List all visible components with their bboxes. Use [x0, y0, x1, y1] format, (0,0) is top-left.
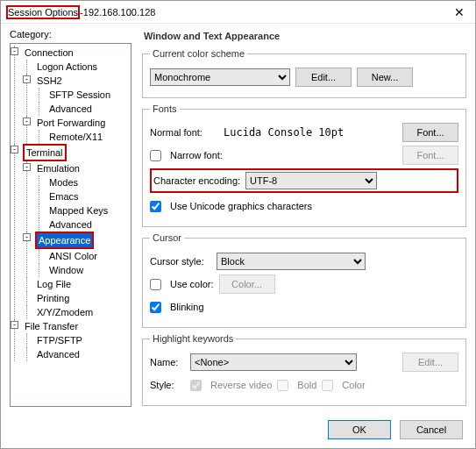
cursor-style-label: Cursor style:	[150, 256, 211, 267]
tree-advanced[interactable]: Advanced	[47, 217, 94, 232]
hk-name-select[interactable]: <None>	[190, 353, 357, 371]
unicode-graphics-checkbox[interactable]	[150, 201, 161, 212]
title-session-options: Session Options	[6, 5, 80, 19]
highlight-keywords-group: Highlight keywords Name: <None> Edit... …	[142, 333, 466, 406]
expander-icon[interactable]: -	[11, 47, 18, 55]
expander-icon[interactable]: -	[23, 118, 31, 125]
tree-advanced[interactable]: Advanced	[47, 102, 94, 116]
encoding-label: Character encoding:	[153, 175, 240, 186]
category-tree[interactable]: -Connection Logon Actions -SSH2 SFTP Ses…	[10, 43, 131, 407]
tree-emulation[interactable]: Emulation	[35, 161, 82, 175]
reverse-video-label: Reverse video	[210, 380, 272, 390]
new-scheme-button[interactable]: New...	[357, 68, 413, 87]
color-scheme-group: Current color scheme Monochrome Edit... …	[142, 48, 466, 98]
highlight-legend: Highlight keywords	[150, 333, 236, 344]
tree-mapped-keys[interactable]: Mapped Keys	[47, 203, 110, 217]
title-host: 192.168.100.128	[83, 7, 156, 18]
tree-printing[interactable]: Printing	[35, 291, 71, 305]
bold-checkbox	[277, 380, 288, 391]
ok-button[interactable]: OK	[328, 420, 391, 439]
tree-emacs[interactable]: Emacs	[47, 189, 81, 203]
cancel-button[interactable]: Cancel	[400, 420, 463, 439]
tree-remote-x11[interactable]: Remote/X11	[47, 130, 104, 144]
blinking-label: Blinking	[170, 302, 204, 312]
cursor-style-select[interactable]: Block	[217, 253, 366, 270]
normal-font-button[interactable]: Font...	[402, 123, 458, 142]
narrow-font-button: Font...	[402, 146, 458, 165]
expander-icon[interactable]: -	[23, 163, 31, 171]
fonts-group: Fonts Normal font: Lucida Console 10pt F…	[142, 103, 466, 227]
reverse-video-checkbox	[190, 380, 202, 391]
tree-connection[interactable]: Connection	[23, 46, 75, 60]
fonts-legend: Fonts	[150, 103, 180, 114]
expander-icon[interactable]: -	[23, 233, 31, 241]
use-color-label: Use color:	[170, 279, 214, 289]
tree-advanced[interactable]: Advanced	[35, 347, 82, 361]
color-scheme-select[interactable]: Monochrome	[150, 68, 290, 86]
tree-ssh2[interactable]: SSH2	[35, 74, 64, 88]
tree-port-forwarding[interactable]: Port Forwarding	[35, 116, 107, 130]
blinking-checkbox[interactable]	[150, 302, 161, 313]
color-checkbox	[322, 380, 333, 391]
cursor-legend: Cursor	[150, 232, 184, 243]
unicode-graphics-label: Use Unicode graphics characters	[170, 201, 312, 211]
expander-icon[interactable]: -	[11, 321, 18, 329]
tree-ansi-color[interactable]: ANSI Color	[47, 249, 99, 263]
normal-font-label: Normal font:	[150, 127, 218, 138]
tree-appearance[interactable]: Appearance	[35, 232, 94, 249]
hk-edit-button: Edit...	[402, 353, 458, 372]
narrow-font-label: Narrow font:	[170, 150, 223, 160]
tree-window[interactable]: Window	[47, 263, 85, 277]
expander-icon[interactable]: -	[23, 75, 31, 83]
tree-sftp-session[interactable]: SFTP Session	[47, 88, 112, 102]
hk-style-label: Style:	[150, 380, 185, 390]
tree-log-file[interactable]: Log File	[35, 277, 73, 291]
tree-modes[interactable]: Modes	[47, 175, 80, 189]
edit-scheme-button[interactable]: Edit...	[295, 68, 352, 87]
tree-terminal[interactable]: Terminal	[23, 144, 67, 161]
normal-font-value: Lucida Console 10pt	[224, 126, 355, 139]
tree-xymodem[interactable]: X/Y/Zmodem	[35, 305, 95, 319]
panel-title: Window and Text Appearance	[144, 31, 466, 41]
tree-ftp-sftp[interactable]: FTP/SFTP	[35, 333, 84, 347]
use-color-checkbox[interactable]	[150, 279, 161, 290]
category-label: Category:	[10, 29, 131, 39]
color-label: Color	[342, 380, 365, 390]
bold-label: Bold	[297, 380, 316, 390]
tree-logon-actions[interactable]: Logon Actions	[35, 60, 99, 74]
tree-file-transfer[interactable]: File Transfer	[23, 319, 80, 333]
cursor-group: Cursor Cursor style: Block Use color: Co…	[142, 232, 466, 328]
cursor-color-button: Color...	[219, 274, 275, 294]
hk-name-label: Name:	[150, 357, 185, 367]
close-icon[interactable]: ✕	[449, 5, 470, 19]
titlebar: Session Options - 192.168.100.128 ✕	[1, 1, 475, 24]
encoding-select[interactable]: UTF-8	[245, 172, 377, 189]
narrow-font-checkbox[interactable]	[150, 150, 161, 161]
expander-icon[interactable]: -	[11, 146, 18, 153]
color-scheme-legend: Current color scheme	[150, 48, 247, 59]
